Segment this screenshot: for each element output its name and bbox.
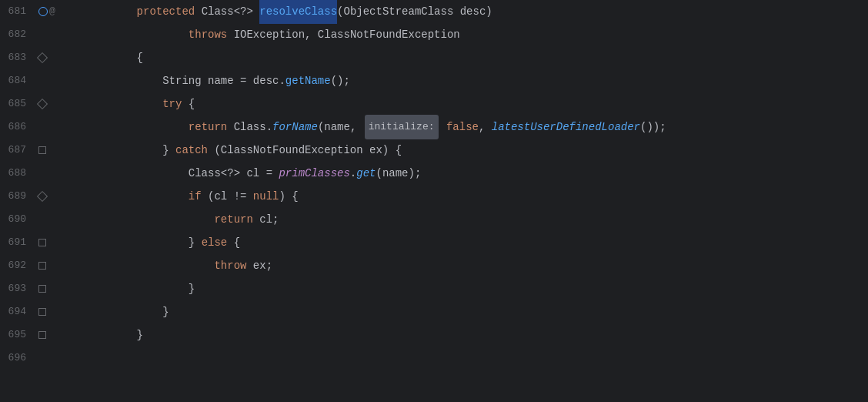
gutter-row: 693 [0, 277, 108, 300]
gutter-row: 692 [0, 254, 108, 277]
square-icon [38, 146, 46, 154]
square-icon [38, 262, 46, 270]
line-number: 688 [0, 162, 35, 185]
code-token: Class [202, 0, 234, 23]
method-token: forName [272, 116, 318, 139]
code-token: getName [285, 69, 331, 92]
code-line: throws IOException, ClassNotFoundExcepti… [111, 23, 868, 46]
code-token: , [479, 116, 492, 139]
line-number: 686 [0, 116, 35, 139]
line-number: 689 [0, 185, 35, 208]
line-number: 685 [0, 92, 35, 116]
code-token: } [111, 277, 195, 300]
code-token: String name = desc. [111, 69, 285, 92]
gutter-icons [35, 100, 74, 108]
square-icon [38, 239, 46, 246]
line-number: 695 [0, 323, 35, 347]
gutter-row: 690 [0, 208, 108, 231]
line-number: 693 [0, 277, 35, 300]
code-token: Class<?> cl = [111, 162, 279, 185]
code-token: throws [189, 23, 227, 46]
gutter-icons: @ [35, 0, 74, 23]
code-line: return cl; [111, 208, 868, 231]
code-token: ()); [640, 116, 666, 139]
method-token: latestUserDefinedLoader [492, 116, 640, 139]
square-icon [38, 285, 46, 293]
code-token: return [189, 116, 227, 139]
code-line: if (cl != null) { [111, 185, 868, 208]
code-token: <?> [234, 0, 260, 23]
line-number: 682 [0, 23, 35, 46]
code-line: } [111, 323, 868, 347]
gutter-icons [35, 239, 74, 246]
code-token [111, 208, 214, 231]
gutter-row: 682 [0, 23, 108, 46]
gutter-row: 696 [0, 347, 108, 370]
gutter-row: 684 [0, 69, 108, 92]
code-token: (name); [376, 162, 421, 185]
code-token: } [111, 139, 175, 162]
code-token: Class. [227, 116, 272, 139]
gutter-row: 685 [0, 92, 108, 116]
gutter-icons [35, 262, 74, 270]
code-token: try [162, 92, 182, 116]
square-icon [38, 331, 46, 339]
diamond-icon [37, 52, 48, 63]
code-token: (ObjectStreamClass desc) [337, 0, 492, 23]
code-token: return [214, 208, 252, 231]
code-token [111, 254, 214, 277]
gutter-icons [35, 193, 74, 200]
code-line: } [111, 300, 868, 323]
code-token [440, 116, 446, 139]
gutter-icons [35, 331, 74, 339]
gutter-icons [35, 54, 74, 62]
gutter-row: 683 [0, 46, 108, 69]
diamond-icon [37, 99, 48, 109]
code-token: catch [175, 139, 208, 162]
line-number: 696 [0, 347, 35, 370]
gutter-row: 681@ [0, 0, 108, 23]
method-token: get [356, 162, 376, 185]
gutter-icons [35, 308, 74, 316]
breakpoint-icon [38, 7, 48, 16]
code-token: ) { [279, 185, 298, 208]
code-token [111, 185, 189, 208]
code-token: { [227, 231, 240, 254]
code-token: IOException, ClassNotFoundException [227, 23, 459, 46]
gutter-row: 687 [0, 139, 108, 162]
code-line: return Class.forName(name, initialize: f… [111, 116, 868, 139]
code-content: protected Class<?> resolveClass(ObjectSt… [108, 0, 868, 402]
code-token: throw [214, 254, 246, 277]
at-icon: @ [49, 0, 55, 23]
code-token: (ClassNotFoundException ex) { [208, 139, 402, 162]
code-token: else [202, 231, 228, 254]
code-token: { [111, 46, 143, 69]
code-line: { [111, 46, 868, 69]
square-icon [38, 308, 46, 316]
code-token: if [189, 185, 202, 208]
code-token: null [253, 185, 279, 208]
code-line [111, 347, 868, 370]
gutter-row: 689 [0, 185, 108, 208]
gutter-row: 686 [0, 116, 108, 139]
code-token: ex; [246, 254, 272, 277]
line-number: 694 [0, 300, 35, 323]
line-number: 692 [0, 254, 35, 277]
line-gutter: 681@682683684685686687688689690691692693… [0, 0, 108, 402]
line-number: 681 [0, 0, 35, 23]
code-token: cl; [253, 208, 279, 231]
code-token [111, 23, 189, 46]
code-token: { [182, 92, 195, 116]
line-number: 683 [0, 46, 35, 69]
code-token [111, 116, 189, 139]
code-token: } [111, 300, 169, 323]
diamond-icon [37, 191, 48, 202]
tooltip-label: initialize: [365, 115, 439, 139]
highlighted-method: resolveClass [259, 0, 337, 24]
code-line: protected Class<?> resolveClass(ObjectSt… [111, 0, 868, 23]
line-number: 687 [0, 139, 35, 162]
variable-token: primClasses [279, 162, 349, 185]
gutter-row: 694 [0, 300, 108, 323]
gutter-row: 691 [0, 231, 108, 254]
code-line: throw ex; [111, 254, 868, 277]
